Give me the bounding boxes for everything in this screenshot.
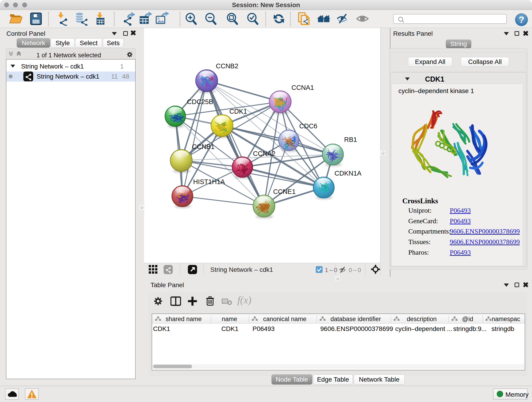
- svg-text:CDKN1A: CDKN1A: [335, 170, 361, 177]
- svg-text:CCNA1: CCNA1: [291, 84, 314, 91]
- svg-text:HIST1H1A: HIST1H1A: [193, 178, 225, 185]
- svg-text:CDC6: CDC6: [299, 122, 317, 130]
- svg-text:CCNB1: CCNB1: [192, 143, 215, 150]
- svg-text:CCNE1: CCNE1: [273, 188, 296, 195]
- svg-text:CDC25B: CDC25B: [187, 98, 213, 105]
- svg-text:CCNB2: CCNB2: [216, 62, 238, 70]
- svg-text:CDK1: CDK1: [229, 108, 247, 115]
- svg-text:RB1: RB1: [344, 136, 357, 143]
- svg-text:CCNA2: CCNA2: [253, 150, 275, 157]
